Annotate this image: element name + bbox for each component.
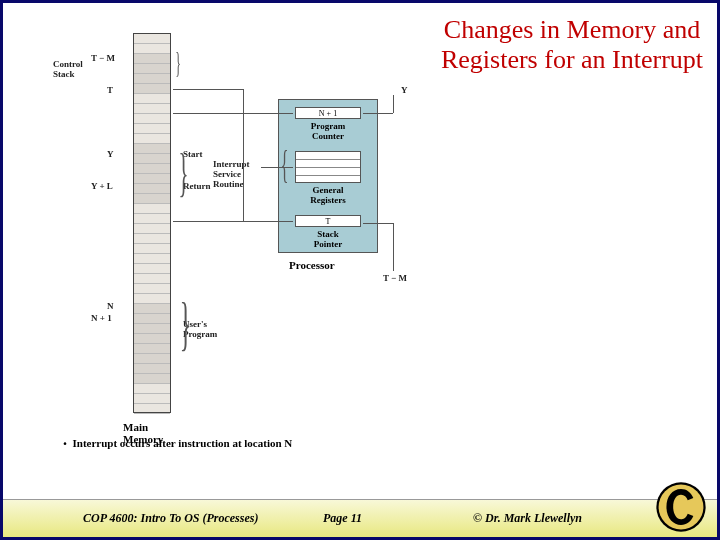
- slide-title: Changes in Memory and Registers for an I…: [437, 15, 707, 75]
- brace-icon: }: [180, 289, 192, 358]
- label-t: T: [107, 85, 113, 95]
- footer-copyright: © Dr. Mark Llewellyn: [473, 511, 582, 526]
- label-control-stack: Control Stack: [53, 59, 83, 79]
- arrow-line: [363, 223, 393, 224]
- arrow-line: [393, 95, 394, 113]
- arrow-line: [243, 89, 244, 221]
- bullet-icon: ·: [63, 435, 67, 452]
- footer-page: Page 11: [323, 511, 362, 526]
- label-n1: N + 1: [91, 313, 112, 323]
- sp-label: Stack Pointer: [295, 229, 361, 249]
- gen-label: General Registers: [295, 185, 361, 205]
- caption: · Interrupt occurs after instruction at …: [63, 435, 292, 453]
- processor-title: Processor: [289, 259, 335, 271]
- brace-icon: }: [175, 45, 181, 79]
- main-memory: [133, 33, 171, 413]
- stack-pointer: T: [295, 215, 361, 227]
- footer: COP 4600: Intro To OS (Processes) Page 1…: [3, 499, 717, 537]
- brace-icon: }: [178, 143, 188, 202]
- label-proc-tm: T − M: [383, 273, 407, 283]
- arrow-line: [173, 221, 293, 222]
- footer-course: COP 4600: Intro To OS (Processes): [83, 511, 258, 526]
- slide: Changes in Memory and Registers for an I…: [0, 0, 720, 540]
- label-y: Y: [107, 149, 114, 159]
- general-registers: [295, 151, 361, 183]
- diagram: T − M T Y Y + L N N + 1 Control Stack St…: [43, 23, 443, 473]
- pc-label: Program Counter: [295, 121, 361, 141]
- brace-icon: {: [281, 141, 289, 188]
- label-y-l: Y + L: [91, 181, 113, 191]
- label-t-m: T − M: [91, 53, 115, 63]
- arrow-line: [173, 113, 293, 114]
- program-counter: N + 1: [295, 107, 361, 119]
- arrow-line: [363, 113, 393, 114]
- label-isr: Interrupt Service Routine: [213, 159, 250, 189]
- arrow-line: [173, 89, 243, 90]
- label-n: N: [107, 301, 114, 311]
- label-proc-y: Y: [401, 85, 408, 95]
- arrow-line: [393, 223, 394, 271]
- ucf-logo-icon: [653, 479, 709, 535]
